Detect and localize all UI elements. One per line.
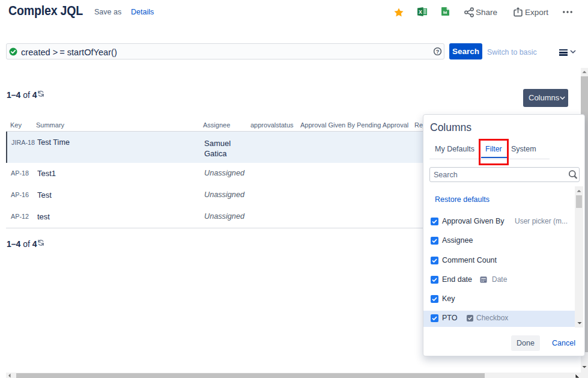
svg-text:?: ? bbox=[436, 49, 440, 55]
svg-text:X: X bbox=[419, 9, 422, 15]
